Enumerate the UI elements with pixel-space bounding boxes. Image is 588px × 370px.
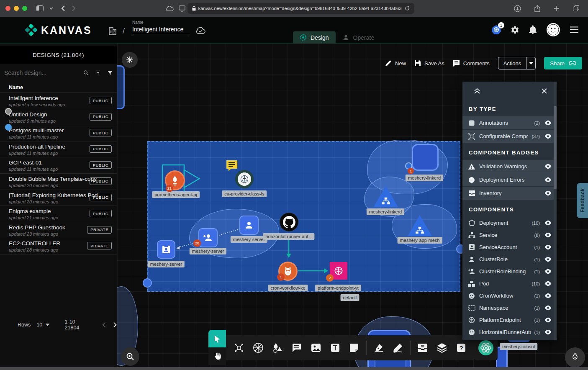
tab-overview-icon[interactable] <box>573 5 579 11</box>
reader-icon[interactable] <box>179 5 185 12</box>
panel-row-validation-warnings[interactable]: Validation Warnings <box>462 160 557 173</box>
url-bar[interactable]: kanvas.new/extension/meshmap?mode=design… <box>187 3 414 14</box>
node-meshery-server[interactable] <box>198 228 218 247</box>
collapse-panel-icon[interactable] <box>473 87 481 94</box>
prev-page-icon[interactable] <box>102 322 105 328</box>
panel-row-clusterrolebinding[interactable]: ClusterRoleBinding(1) <box>462 265 557 278</box>
eye-icon[interactable] <box>544 305 552 311</box>
shapes-tool[interactable] <box>268 339 286 357</box>
node-meshery-linkerd[interactable] <box>412 144 439 171</box>
downloads-icon[interactable] <box>514 5 521 12</box>
eye-icon[interactable] <box>544 281 552 286</box>
minimize-window-button[interactable] <box>14 6 19 11</box>
node-ca-provider[interactable] <box>235 170 254 188</box>
panel-row-deployment-errors[interactable]: Deployment Errors <box>462 173 557 186</box>
settings-icon[interactable] <box>511 26 519 34</box>
new-button[interactable]: New <box>385 60 406 67</box>
eye-icon[interactable] <box>544 257 552 262</box>
collapsed-node[interactable] <box>143 278 152 288</box>
search-icon[interactable] <box>83 69 89 77</box>
menu-icon[interactable] <box>570 26 579 33</box>
eye-icon[interactable] <box>544 220 552 226</box>
cloud-icon[interactable] <box>165 5 174 11</box>
design-list-item[interactable]: Double Bubble Map Template-copyupdated 2… <box>0 174 117 190</box>
panel-row-clusterrole[interactable]: ClusterRole(1) <box>462 253 557 265</box>
panel-row-annotations[interactable]: Annotations(2) <box>462 116 557 129</box>
panel-row-serviceaccount[interactable]: ServiceAccount(1) <box>462 241 557 253</box>
filter-icon[interactable] <box>108 69 113 77</box>
panel-row-platformendpoint[interactable]: PlatformEndpoint(1) <box>462 314 557 326</box>
eye-icon[interactable] <box>544 244 552 250</box>
node-meshery-server[interactable] <box>157 240 175 259</box>
feedback-tab[interactable]: Feedback <box>577 183 588 218</box>
freeze-button[interactable] <box>122 52 138 68</box>
zoom-window-button[interactable] <box>22 6 27 11</box>
chevron-down-icon[interactable] <box>49 7 53 10</box>
drawer-tool[interactable] <box>414 339 432 357</box>
close-window-button[interactable] <box>5 6 10 11</box>
kubernetes-tool[interactable] <box>249 339 267 357</box>
design-list-item[interactable]: Enigma exampleupdated 21 minutes agoPUBL… <box>0 206 117 222</box>
eye-icon[interactable] <box>544 134 552 139</box>
eye-icon[interactable] <box>544 269 552 274</box>
reload-icon[interactable] <box>405 6 410 11</box>
avatar[interactable] <box>546 23 560 37</box>
design-list-item[interactable]: Intelligent Inferenceupdated a few secon… <box>0 93 117 109</box>
notifications-icon[interactable] <box>529 25 537 34</box>
rows-dropdown-icon[interactable] <box>46 324 49 326</box>
eye-icon[interactable] <box>544 120 552 126</box>
pen-tool[interactable] <box>370 339 388 357</box>
eye-icon[interactable] <box>544 177 552 182</box>
organization-icon[interactable] <box>108 25 117 35</box>
panel-row-configurable-compon[interactable]: Configurable Compon(37) <box>462 130 557 143</box>
actions-dropdown[interactable] <box>526 57 535 69</box>
panel-row-deployment[interactable]: Deployment(10) <box>462 217 557 229</box>
pen-mode-button[interactable] <box>565 347 585 367</box>
eye-icon[interactable] <box>544 164 552 169</box>
design-list-item[interactable]: Postgres multi-masterupdated 11 minutes … <box>0 125 117 141</box>
panel-row-inventory[interactable]: Inventory <box>462 187 557 200</box>
panel-row-pod[interactable]: Pod(10) <box>462 278 557 290</box>
select-tool[interactable] <box>208 330 226 347</box>
design-list-item[interactable]: [Tutorial] Exploring Kubernetes Podupdat… <box>0 190 117 206</box>
comment-tool[interactable] <box>288 339 306 357</box>
actions-button[interactable]: Actions <box>498 57 536 69</box>
search-input[interactable] <box>4 69 80 76</box>
kubernetes-context-icon[interactable]: 1 <box>491 25 501 35</box>
forward-icon[interactable] <box>72 5 76 12</box>
design-list-item[interactable]: Redis PHP Guestbookupdated 23 minutes ag… <box>0 222 117 239</box>
design-list-item[interactable]: GCP-east-01updated 11 minutes agoPUBLIC <box>0 157 117 174</box>
comment-annotation-icon[interactable] <box>225 159 239 172</box>
eye-icon[interactable] <box>544 232 552 238</box>
share-button[interactable]: Share <box>544 57 582 69</box>
design-list-item[interactable]: Untitled Designupdated 9 minutes agoPUBL… <box>0 109 117 126</box>
close-panel-icon[interactable] <box>541 88 547 94</box>
panel-row-namespace[interactable]: Namespace(1) <box>462 302 557 314</box>
zoom-button[interactable] <box>121 347 139 366</box>
eye-icon[interactable] <box>544 293 552 298</box>
layers-tool[interactable] <box>433 339 451 357</box>
panel-row-cronworkflow[interactable]: CronWorkflow(1) <box>462 290 557 302</box>
design-list-item[interactable]: Production-alt Pipelineupdated 11 minute… <box>0 141 117 158</box>
sidebar-toggle-icon[interactable] <box>36 5 44 11</box>
back-icon[interactable] <box>61 5 65 12</box>
share-icon[interactable] <box>534 5 540 12</box>
eye-icon[interactable] <box>544 190 552 196</box>
tab-operate[interactable]: Operate <box>336 31 381 44</box>
design-name-input[interactable] <box>132 25 190 34</box>
text-tool[interactable] <box>326 339 344 357</box>
help-tool[interactable]: ? <box>452 339 470 357</box>
design-list-item[interactable]: EC2-CONTROLLERupdated 28 minutes agoPRIV… <box>0 238 117 254</box>
node-meshery-server[interactable] <box>239 216 259 235</box>
panel-row-horizontalrunnerautos[interactable]: HorizontalRunnerAutos(1) <box>462 326 557 338</box>
save-as-button[interactable]: Save As <box>414 60 444 67</box>
new-tab-icon[interactable] <box>554 5 560 11</box>
image-tool[interactable] <box>307 339 325 357</box>
pan-tool[interactable] <box>208 347 226 365</box>
pencil-tool[interactable] <box>389 339 407 357</box>
import-icon[interactable] <box>95 69 101 77</box>
tab-design[interactable]: Design <box>293 31 336 44</box>
rows-per-page[interactable]: 10 <box>36 322 42 328</box>
eye-icon[interactable] <box>544 317 552 323</box>
panel-row-service[interactable]: Service(8) <box>462 229 557 241</box>
